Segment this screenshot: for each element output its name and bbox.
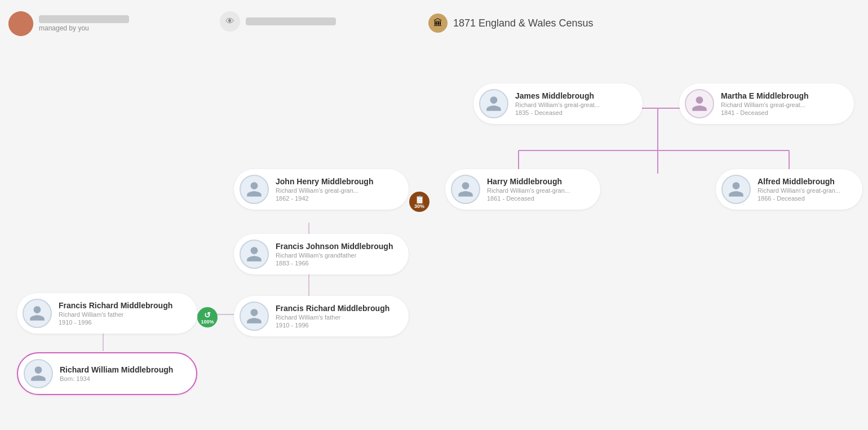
badge-100: ↺ 100% xyxy=(197,307,218,327)
person-dates-fj: 1883 - 1966 xyxy=(276,260,393,267)
person-relation-francis-left: Richard William's father xyxy=(59,311,172,318)
badge-30: 📋 30% xyxy=(409,192,429,212)
person-info-alfred: Alfred Middlebrough Richard William's gr… xyxy=(758,177,840,202)
person-dates-francis-right: 1910 - 1996 xyxy=(276,322,389,329)
person-info-richard: Richard William Middlebrough Born: 1934 xyxy=(60,365,173,382)
person-dates-francis-left: 1910 - 1996 xyxy=(59,319,172,326)
badge-100-icon: ↺ xyxy=(204,311,211,320)
user-info: managed by you xyxy=(39,15,129,32)
person-relation-fj: Richard William's grandfather xyxy=(276,252,393,259)
census-label: 🏛 1871 England & Wales Census xyxy=(428,14,593,33)
managed-by-label: managed by you xyxy=(39,24,129,32)
person-card-harry[interactable]: Harry Middlebrough Richard William's gre… xyxy=(445,169,600,210)
person-name-richard: Richard William Middlebrough xyxy=(60,365,173,374)
census-title: 1871 England & Wales Census xyxy=(453,17,593,29)
person-name-fj: Francis Johnson Middlebrough xyxy=(276,242,393,251)
person-relation-martha: Richard William's great-great... xyxy=(721,101,809,108)
badge-100-pct: 100% xyxy=(201,320,214,325)
person-name-martha: Martha E Middlebrough xyxy=(721,91,809,100)
person-dates-john: 1862 - 1942 xyxy=(276,195,373,202)
person-card-richard[interactable]: Richard William Middlebrough Born: 1934 xyxy=(17,352,197,395)
person-card-john-henry[interactable]: John Henry Middlebrough Richard William'… xyxy=(234,169,409,210)
person-dates-richard: Born: 1934 xyxy=(60,375,173,382)
person-info-francis-right: Francis Richard Middlebrough Richard Wil… xyxy=(276,304,389,329)
person-card-francis-johnson[interactable]: Francis Johnson Middlebrough Richard Wil… xyxy=(234,234,409,274)
person-card-james[interactable]: James Middlebrough Richard William's gre… xyxy=(473,83,643,124)
user-name-blur xyxy=(39,15,129,23)
person-info-james: James Middlebrough Richard William's gre… xyxy=(515,91,600,116)
person-avatar-john xyxy=(240,175,269,204)
middle-name-blur xyxy=(246,17,336,25)
person-avatar-alfred xyxy=(721,175,751,204)
person-info-fj: Francis Johnson Middlebrough Richard Wil… xyxy=(276,242,393,267)
person-name-john: John Henry Middlebrough xyxy=(276,177,373,186)
middle-header-area: 👁 xyxy=(220,11,336,32)
badge-30-icon: 📋 xyxy=(415,195,424,204)
person-dates-martha: 1841 - Deceased xyxy=(721,109,809,116)
person-avatar-james xyxy=(479,89,508,118)
person-name-francis-left: Francis Richard Middlebrough xyxy=(59,301,172,310)
person-info-john: John Henry Middlebrough Richard William'… xyxy=(276,177,373,202)
person-relation-john: Richard William's great-gran... xyxy=(276,187,373,194)
person-card-francis-father-left[interactable]: Francis Richard Middlebrough Richard Wil… xyxy=(17,293,197,334)
person-avatar-harry xyxy=(451,175,480,204)
person-dates-harry: 1861 - Deceased xyxy=(487,195,570,202)
person-relation-harry: Richard William's great-gran... xyxy=(487,187,570,194)
person-name-harry: Harry Middlebrough xyxy=(487,177,570,186)
person-card-francis-father-right[interactable]: Francis Richard Middlebrough Richard Wil… xyxy=(234,296,409,336)
person-name-james: James Middlebrough xyxy=(515,91,600,100)
person-dates-alfred: 1866 - Deceased xyxy=(758,195,840,202)
person-avatar-francis-right xyxy=(240,302,269,331)
person-avatar-martha xyxy=(685,89,714,118)
person-info-harry: Harry Middlebrough Richard William's gre… xyxy=(487,177,570,202)
badge-30-pct: 30% xyxy=(414,204,424,209)
person-avatar-richard xyxy=(24,359,53,388)
person-relation-alfred: Richard William's great-gran... xyxy=(758,187,840,194)
person-relation-james: Richard William's great-great... xyxy=(515,101,600,108)
census-icon: 🏛 xyxy=(428,14,448,33)
person-name-alfred: Alfred Middlebrough xyxy=(758,177,840,186)
person-avatar-francis-left xyxy=(23,299,52,328)
person-relation-francis-right: Richard William's father xyxy=(276,314,389,321)
person-avatar-fj xyxy=(240,240,269,269)
user-avatar xyxy=(8,11,33,36)
person-card-martha[interactable]: Martha E Middlebrough Richard William's … xyxy=(679,83,854,124)
person-card-alfred[interactable]: Alfred Middlebrough Richard William's gr… xyxy=(716,169,862,210)
user-area: managed by you xyxy=(8,11,129,36)
person-info-martha: Martha E Middlebrough Richard William's … xyxy=(721,91,809,116)
person-info-francis-left: Francis Richard Middlebrough Richard Wil… xyxy=(59,301,172,326)
person-dates-james: 1835 - Deceased xyxy=(515,109,600,116)
eye-button[interactable]: 👁 xyxy=(220,11,240,32)
person-name-francis-right: Francis Richard Middlebrough xyxy=(276,304,389,313)
